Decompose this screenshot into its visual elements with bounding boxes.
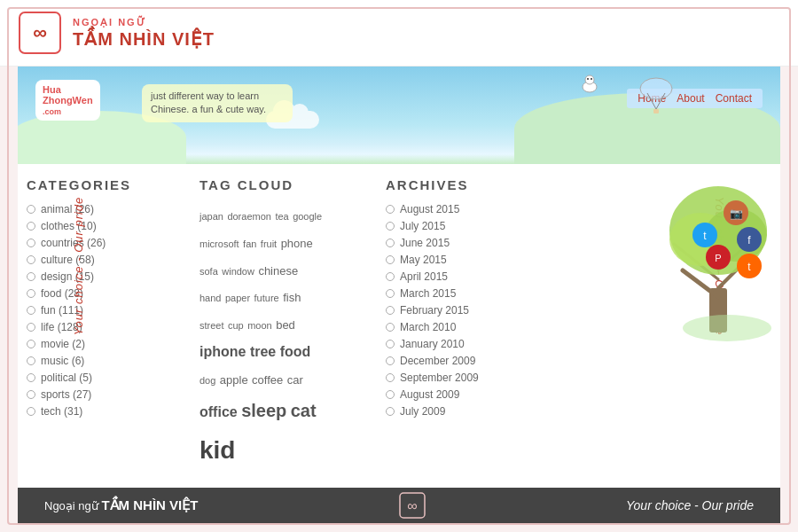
tag-item[interactable]: iphone xyxy=(200,344,246,359)
tag-item[interactable]: tea xyxy=(275,211,288,222)
tag-item[interactable]: window xyxy=(222,266,254,277)
tag-item[interactable]: sofa xyxy=(200,266,218,277)
tag-item[interactable]: kid xyxy=(200,436,235,464)
category-item[interactable]: clothes (10) xyxy=(27,220,191,232)
category-item[interactable]: music (6) xyxy=(27,355,191,367)
category-item[interactable]: fun (111) xyxy=(27,304,191,317)
tag-item[interactable]: paper xyxy=(225,293,250,303)
archive-item[interactable]: August 2009 xyxy=(386,388,771,401)
category-item[interactable]: animal (26) xyxy=(27,203,191,215)
archive-item[interactable]: September 2009 xyxy=(386,372,771,384)
tagcloud-title: TAG CLOUD xyxy=(200,177,377,192)
svg-text:📷: 📷 xyxy=(730,207,743,220)
svg-point-8 xyxy=(587,78,589,80)
footer-right: Your choice - Our pride xyxy=(626,498,754,512)
archive-item[interactable]: December 2009 xyxy=(386,355,771,367)
tag-item[interactable]: fruit xyxy=(261,239,277,249)
tag-item[interactable]: office xyxy=(200,404,238,419)
category-item[interactable]: culture (58) xyxy=(27,254,191,266)
category-item[interactable]: political (5) xyxy=(27,372,191,384)
categories-list: animal (26)clothes (10)countries (26)cul… xyxy=(27,203,191,418)
category-item[interactable]: tech (31) xyxy=(27,405,191,418)
side-text-left: Your choice - Our pride xyxy=(72,197,85,336)
banner-logo: Hua ZhongWen .com xyxy=(35,80,100,121)
category-item[interactable]: food (28) xyxy=(27,287,191,300)
tag-item[interactable]: cup xyxy=(228,320,244,331)
animal-icon xyxy=(576,71,603,98)
tag-item[interactable]: doraemon xyxy=(227,211,271,222)
svg-rect-5 xyxy=(653,109,659,113)
category-item[interactable]: life (128) xyxy=(27,321,191,333)
category-item[interactable]: sports (27) xyxy=(27,388,191,401)
svg-text:∞: ∞ xyxy=(407,498,417,513)
footer-left: Ngoại ngữ TẦM NHÌN VIỆT xyxy=(44,497,198,513)
footer-brand: TẦM NHÌN VIỆT xyxy=(101,497,198,512)
tag-item[interactable]: apple xyxy=(220,373,248,387)
nav-contact[interactable]: Contact xyxy=(716,92,752,105)
tag-item[interactable]: tree xyxy=(250,344,276,359)
tag-item[interactable]: hand xyxy=(200,293,221,303)
tag-item[interactable]: sleep xyxy=(241,401,286,420)
tag-item[interactable]: dog xyxy=(200,375,215,386)
archives-column: ARCHIVES August 2015July 2015June 2015Ma… xyxy=(386,177,771,474)
footer: Ngoại ngữ TẦM NHÌN VIỆT ∞ Your choice - … xyxy=(18,488,780,523)
svg-text:P: P xyxy=(715,253,721,263)
banner-tagline: just different way to learn Chinese. a f… xyxy=(142,84,293,122)
tag-item[interactable]: google xyxy=(293,211,322,222)
tag-cloud-content: japan doraemon tea googlemicrosoft fan f… xyxy=(200,203,377,473)
tag-item[interactable]: japan xyxy=(200,211,223,222)
tag-item[interactable]: food xyxy=(280,344,311,359)
categories-column: CATEGORIES animal (26)clothes (10)countr… xyxy=(27,177,191,474)
tag-item[interactable]: moon xyxy=(247,320,272,331)
svg-point-28 xyxy=(683,315,771,341)
svg-point-7 xyxy=(585,75,594,84)
tree-decoration-icon: 📷 t f P t xyxy=(656,164,780,341)
nav-about[interactable]: About xyxy=(677,92,704,105)
tag-item[interactable]: phone xyxy=(281,237,313,250)
main-content: CATEGORIES animal (26)clothes (10)countr… xyxy=(18,164,780,488)
tag-item[interactable]: fish xyxy=(283,291,301,304)
category-item[interactable]: countries (26) xyxy=(27,237,191,249)
footer-logo-icon: ∞ xyxy=(399,492,426,519)
tag-item[interactable]: fan xyxy=(243,239,256,249)
svg-point-9 xyxy=(591,78,592,80)
logo-top: NGOẠI NGỮ xyxy=(73,17,215,28)
footer-text: Ngoại ngữ xyxy=(44,499,101,512)
tagcloud-column: TAG CLOUD japan doraemon tea googlemicro… xyxy=(200,177,377,474)
logo-bottom: TẦM NHÌN VIỆT xyxy=(73,28,215,50)
tag-item[interactable]: cat xyxy=(291,401,317,420)
svg-text:∞: ∞ xyxy=(33,21,47,43)
tag-item[interactable]: chinese xyxy=(258,264,298,278)
header: ∞ NGOẠI NGỮ TẦM NHÌN VIỆT xyxy=(0,0,798,66)
svg-point-2 xyxy=(640,78,672,99)
archive-item[interactable]: July 2009 xyxy=(386,405,771,418)
tag-item[interactable]: street xyxy=(200,320,224,331)
categories-title: CATEGORIES xyxy=(27,177,191,192)
logo-text: NGOẠI NGỮ TẦM NHÌN VIỆT xyxy=(73,17,215,50)
tag-item[interactable]: bed xyxy=(276,318,295,332)
banner: Hua ZhongWen .com just different way to … xyxy=(18,66,780,164)
logo-icon: ∞ xyxy=(18,11,62,55)
tag-item[interactable]: future xyxy=(254,293,279,303)
tag-item[interactable]: coffee xyxy=(252,373,283,387)
parachute-icon xyxy=(638,75,674,120)
tag-item[interactable]: car xyxy=(287,373,303,387)
category-item[interactable]: design (15) xyxy=(27,270,191,283)
tag-item[interactable]: microsoft xyxy=(200,239,239,249)
category-item[interactable]: movie (2) xyxy=(27,338,191,350)
